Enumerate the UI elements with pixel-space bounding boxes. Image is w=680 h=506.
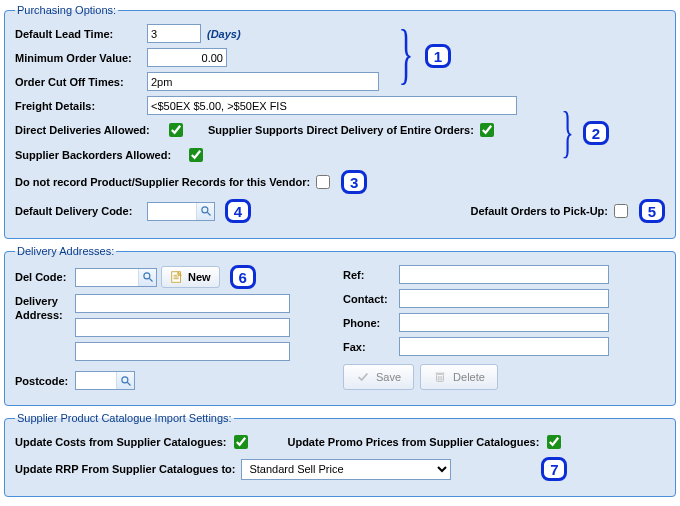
svg-point-8	[121, 376, 127, 382]
default-lead-time-label: Default Lead Time:	[15, 28, 147, 40]
delivery-addresses-legend: Delivery Addresses:	[15, 245, 116, 257]
backorders-checkbox[interactable]	[189, 148, 203, 162]
default-delivery-code-lookup[interactable]	[147, 202, 215, 221]
default-pickup-checkbox[interactable]	[614, 204, 628, 218]
svg-point-0	[201, 207, 207, 213]
min-order-value-input[interactable]	[147, 48, 227, 67]
brace-1: }	[398, 19, 413, 87]
default-delivery-code-input[interactable]	[148, 203, 196, 220]
freight-details-input[interactable]	[147, 96, 517, 115]
postcode-lookup[interactable]	[75, 371, 135, 390]
delivery-addresses-group: Delivery Addresses: Del Code: New 6	[4, 245, 676, 406]
no-record-label: Do not record Product/Supplier Records f…	[15, 176, 310, 188]
delivery-address-label: Delivery Address:	[15, 294, 75, 323]
search-icon[interactable]	[116, 372, 134, 389]
callout-3: 3	[341, 170, 367, 194]
default-delivery-code-label: Default Delivery Code:	[15, 205, 147, 217]
new-button[interactable]: New	[161, 266, 220, 288]
del-code-label: Del Code:	[15, 271, 75, 283]
update-costs-checkbox[interactable]	[234, 435, 248, 449]
delete-icon	[433, 370, 447, 384]
svg-line-3	[149, 279, 152, 282]
save-button[interactable]: Save	[343, 364, 414, 390]
callout-7: 7	[541, 457, 567, 481]
delete-button-label: Delete	[453, 371, 485, 383]
update-rrp-select[interactable]: Standard Sell Price	[241, 459, 451, 480]
search-icon[interactable]	[138, 269, 156, 286]
postcode-input[interactable]	[76, 372, 116, 389]
phone-label: Phone:	[343, 317, 399, 329]
contact-input[interactable]	[399, 289, 609, 308]
direct-deliveries-checkbox[interactable]	[169, 123, 183, 137]
default-pickup-label: Default Orders to Pick-Up:	[470, 205, 608, 217]
svg-rect-11	[436, 373, 445, 375]
update-promo-label: Update Promo Prices from Supplier Catalo…	[287, 436, 539, 448]
freight-details-label: Freight Details:	[15, 100, 147, 112]
order-cutoff-label: Order Cut Off Times:	[15, 76, 147, 88]
direct-deliveries-label: Direct Deliveries Allowed:	[15, 124, 165, 136]
svg-line-9	[127, 382, 130, 385]
fax-label: Fax:	[343, 341, 399, 353]
callout-4: 4	[225, 199, 251, 223]
update-rrp-label: Update RRP From Supplier Catalogues to:	[15, 463, 235, 475]
supports-direct-delivery-checkbox[interactable]	[480, 123, 494, 137]
callout-1: 1	[425, 44, 451, 68]
delivery-address-line3[interactable]	[75, 342, 290, 361]
contact-label: Contact:	[343, 293, 399, 305]
no-record-checkbox[interactable]	[316, 175, 330, 189]
check-icon	[356, 370, 370, 384]
delivery-address-line2[interactable]	[75, 318, 290, 337]
callout-6: 6	[230, 265, 256, 289]
update-promo-checkbox[interactable]	[547, 435, 561, 449]
min-order-value-label: Minimum Order Value:	[15, 52, 147, 64]
catalogue-settings-group: Supplier Product Catalogue Import Settin…	[4, 412, 676, 497]
search-icon[interactable]	[196, 203, 214, 220]
callout-5: 5	[639, 199, 665, 223]
del-code-input[interactable]	[76, 269, 138, 286]
default-lead-time-input[interactable]	[147, 24, 201, 43]
order-cutoff-input[interactable]	[147, 72, 379, 91]
new-button-label: New	[188, 271, 211, 283]
days-label: (Days)	[207, 28, 241, 40]
supports-direct-delivery-label: Supplier Supports Direct Delivery of Ent…	[208, 124, 474, 136]
delivery-address-line1[interactable]	[75, 294, 290, 313]
purchasing-options-group: Purchasing Options: Default Lead Time: (…	[4, 4, 676, 239]
brace-2: }	[561, 103, 573, 160]
purchasing-options-legend: Purchasing Options:	[15, 4, 118, 16]
new-icon	[170, 270, 184, 284]
update-costs-label: Update Costs from Supplier Catalogues:	[15, 436, 226, 448]
svg-point-2	[143, 273, 149, 279]
phone-input[interactable]	[399, 313, 609, 332]
delete-button[interactable]: Delete	[420, 364, 498, 390]
ref-label: Ref:	[343, 269, 399, 281]
backorders-label: Supplier Backorders Allowed:	[15, 149, 185, 161]
fax-input[interactable]	[399, 337, 609, 356]
del-code-lookup[interactable]	[75, 268, 157, 287]
postcode-label: Postcode:	[15, 375, 75, 387]
save-button-label: Save	[376, 371, 401, 383]
callout-2: 2	[583, 121, 609, 145]
svg-line-1	[207, 213, 210, 216]
catalogue-settings-legend: Supplier Product Catalogue Import Settin…	[15, 412, 234, 424]
ref-input[interactable]	[399, 265, 609, 284]
